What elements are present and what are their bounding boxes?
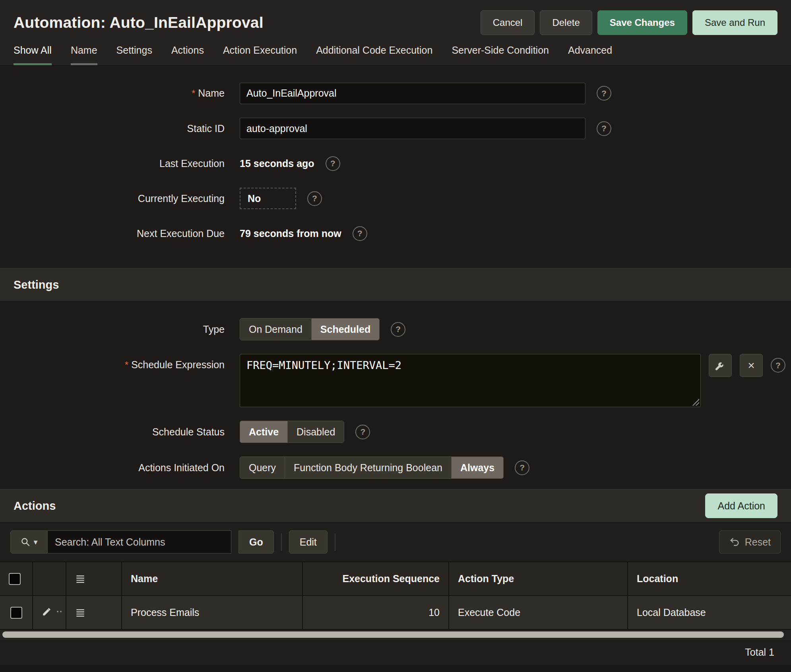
- currently-executing-label: Currently Executing: [0, 188, 225, 209]
- settings-section-header: Settings: [0, 268, 791, 301]
- add-action-button[interactable]: Add Action: [705, 493, 777, 518]
- horizontal-scrollbar-thumb[interactable]: [2, 631, 784, 638]
- tab-server-side-condition[interactable]: Server-Side Condition: [452, 45, 549, 65]
- resize-handle[interactable]: [692, 398, 699, 406]
- schedule-expression-help-icon[interactable]: ?: [771, 358, 785, 373]
- identification-form: *Name ? Static ID ? Last Execution 15 se…: [0, 66, 791, 268]
- actions-initiated-on-help-icon[interactable]: ?: [515, 460, 529, 475]
- initiated-option-query[interactable]: Query: [240, 457, 285, 478]
- tab-bar: Show All Name Settings Actions Action Ex…: [0, 42, 791, 66]
- tab-actions[interactable]: Actions: [171, 45, 204, 65]
- select-all-checkbox[interactable]: [9, 573, 21, 585]
- table-row[interactable]: Process Emails 10 Execute Code Local Dat…: [0, 596, 791, 629]
- last-execution-label: Last Execution: [0, 153, 225, 174]
- tab-advanced[interactable]: Advanced: [568, 45, 612, 65]
- static-id-label: Static ID: [0, 118, 225, 139]
- go-button[interactable]: Go: [238, 530, 274, 554]
- tab-name[interactable]: Name: [71, 45, 97, 65]
- reset-button[interactable]: Reset: [719, 530, 781, 554]
- column-header-name[interactable]: Name: [122, 562, 302, 596]
- page-footer: Total 1: [0, 639, 791, 665]
- initiated-option-always[interactable]: Always: [452, 457, 503, 478]
- row-menu-icon[interactable]: [75, 608, 112, 618]
- tab-show-all[interactable]: Show All: [14, 45, 52, 65]
- schedule-expression-label: *Schedule Expression: [0, 354, 225, 376]
- type-option-scheduled[interactable]: Scheduled: [312, 319, 379, 340]
- delete-button[interactable]: Delete: [540, 10, 592, 35]
- settings-form: Type On Demand Scheduled ? *Schedule Exp…: [0, 301, 791, 489]
- actions-initiated-on-label: Actions Initiated On: [0, 457, 225, 478]
- toolbar-divider: [281, 533, 282, 551]
- cell-location: Local Database: [628, 596, 791, 629]
- wrench-icon: [714, 359, 726, 371]
- horizontal-scrollbar-track[interactable]: [0, 629, 791, 639]
- name-input[interactable]: [240, 83, 585, 104]
- actions-section-title: Actions: [14, 499, 56, 513]
- tab-additional-code-execution[interactable]: Additional Code Execution: [316, 45, 432, 65]
- cell-action-type: Execute Code: [449, 596, 628, 629]
- cancel-button[interactable]: Cancel: [481, 10, 535, 35]
- row-handle-dots: [57, 611, 58, 612]
- settings-section-title: Settings: [14, 278, 59, 291]
- schedule-status-toggle-group: Active Disabled: [240, 421, 344, 443]
- search-input[interactable]: [48, 530, 231, 554]
- table-header-row: Name Execution Sequence Action Type Loca…: [0, 562, 791, 596]
- type-option-on-demand[interactable]: On Demand: [240, 319, 312, 340]
- static-id-field-row: Static ID ?: [0, 118, 791, 139]
- page-header: Automation: Auto_InEailApproval Cancel D…: [0, 0, 791, 42]
- actions-initiated-on-row: Actions Initiated On Query Function Body…: [0, 456, 791, 479]
- actions-toolbar: ▾ Go Edit Reset: [0, 522, 791, 562]
- initiated-option-function-body[interactable]: Function Body Returning Boolean: [285, 457, 452, 478]
- search-options-button[interactable]: ▾: [10, 530, 48, 554]
- column-header-action-type[interactable]: Action Type: [449, 562, 628, 596]
- schedule-status-help-icon[interactable]: ?: [355, 425, 370, 439]
- next-execution-due-label: Next Execution Due: [0, 223, 225, 244]
- edit-pencil-icon[interactable]: [42, 606, 52, 617]
- cell-name: Process Emails: [122, 596, 302, 629]
- currently-executing-help-icon[interactable]: ?: [307, 191, 322, 206]
- tab-action-execution[interactable]: Action Execution: [223, 45, 297, 65]
- schedule-status-option-disabled[interactable]: Disabled: [288, 421, 344, 443]
- chevron-down-icon: ▾: [33, 537, 37, 547]
- name-field-row: *Name ?: [0, 82, 791, 104]
- schedule-expression-row: *Schedule Expression × ?: [0, 354, 791, 407]
- header-buttons: Cancel Delete Save Changes Save and Run: [481, 10, 777, 35]
- actions-table: Name Execution Sequence Action Type Loca…: [0, 562, 791, 629]
- schedule-expression-input[interactable]: [240, 354, 701, 407]
- required-asterisk: *: [192, 88, 195, 99]
- schedule-expression-wrap: [240, 354, 701, 407]
- actions-section-header: Actions Add Action: [0, 489, 791, 522]
- schedule-status-option-active[interactable]: Active: [240, 421, 288, 443]
- total-count: Total 1: [745, 647, 774, 658]
- static-id-input[interactable]: [240, 118, 585, 139]
- tab-settings[interactable]: Settings: [116, 45, 152, 65]
- type-row: Type On Demand Scheduled ?: [0, 318, 791, 340]
- expression-builder-button[interactable]: [709, 354, 732, 377]
- save-changes-button[interactable]: Save Changes: [597, 10, 687, 35]
- menu-icon[interactable]: [75, 574, 112, 584]
- edit-button[interactable]: Edit: [289, 530, 328, 554]
- page-title: Automation: Auto_InEailApproval: [14, 14, 264, 31]
- clear-expression-button[interactable]: ×: [740, 354, 763, 377]
- required-asterisk: *: [125, 359, 128, 370]
- static-id-help-icon[interactable]: ?: [597, 121, 611, 136]
- next-execution-due-help-icon[interactable]: ?: [353, 226, 367, 241]
- last-execution-value: 15 seconds ago: [240, 158, 314, 169]
- last-execution-help-icon[interactable]: ?: [326, 156, 340, 171]
- reset-icon: [729, 536, 740, 548]
- save-and-run-button[interactable]: Save and Run: [692, 10, 777, 35]
- type-help-icon[interactable]: ?: [391, 322, 405, 337]
- column-header-location[interactable]: Location: [628, 562, 791, 596]
- type-toggle-group: On Demand Scheduled: [240, 318, 380, 340]
- row-checkbox[interactable]: [10, 607, 22, 619]
- next-execution-due-value: 79 seconds from now: [240, 228, 341, 239]
- name-help-icon[interactable]: ?: [597, 86, 611, 101]
- cell-execution-sequence: 10: [302, 596, 449, 629]
- currently-executing-value: No: [240, 188, 296, 209]
- schedule-status-row: Schedule Status Active Disabled ?: [0, 421, 791, 443]
- search-icon: [20, 537, 31, 547]
- schedule-status-label: Schedule Status: [0, 421, 225, 443]
- actions-initiated-on-toggle-group: Query Function Body Returning Boolean Al…: [240, 456, 504, 479]
- column-header-execution-sequence[interactable]: Execution Sequence: [302, 562, 449, 596]
- type-label: Type: [0, 319, 225, 340]
